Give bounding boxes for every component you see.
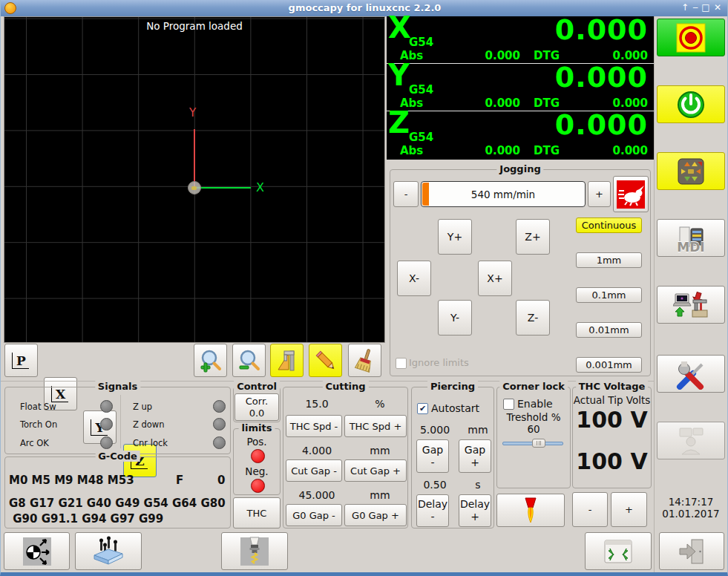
origin-cone xyxy=(191,186,197,190)
limit-neg-label: Neg. xyxy=(234,465,280,477)
volts-minus-button[interactable]: - xyxy=(572,492,608,527)
edit-gcode-button[interactable] xyxy=(309,344,342,377)
run-mode-button[interactable] xyxy=(657,286,725,324)
machine-on-button[interactable] xyxy=(657,85,725,123)
button-label: G0 Gap + xyxy=(352,510,399,521)
dro-value: 0.000 xyxy=(555,61,648,94)
piercing-title: Piercing xyxy=(427,381,478,392)
signal-label-torch-on: Torch On xyxy=(20,419,57,430)
fullscreen-button[interactable] xyxy=(585,532,652,570)
dro-dtg-label: DTG xyxy=(534,144,560,157)
gremlin-preview[interactable]: No Program loaded Y X xyxy=(4,16,385,343)
pierce-delay-unit: s xyxy=(462,479,493,491)
increment-continuous-button[interactable]: Continuous xyxy=(576,217,642,233)
view-axis-bracket xyxy=(12,353,29,369)
jog-mode-button[interactable] xyxy=(657,152,725,190)
dro-row-y[interactable]: Y G54 0.000 Abs 0.000 DTG 0.000 xyxy=(387,64,654,111)
window-minimize-button[interactable]: ‒ xyxy=(690,2,701,13)
exit-button[interactable] xyxy=(659,532,724,570)
jog-z-plus-button[interactable]: Z+ xyxy=(516,219,550,255)
height-correction-button[interactable]: Corr. 0.0 xyxy=(235,393,279,421)
window-close-button[interactable]: ✕ xyxy=(712,2,723,13)
dro-axis-letter: Y xyxy=(388,58,410,92)
y-axis-label: Y xyxy=(189,106,196,120)
increment-0-1mm-button[interactable]: 0.1mm xyxy=(576,287,642,303)
settings-button[interactable] xyxy=(657,355,725,393)
clock: 14:17:17 01.01.2017 xyxy=(657,496,725,520)
pencil-icon xyxy=(313,348,338,373)
cut-gap-minus-button[interactable]: Cut Gap - xyxy=(286,459,342,482)
threshold-label: Treshold % xyxy=(497,411,570,423)
jog-x-plus-button[interactable]: X+ xyxy=(478,261,512,296)
jog-x-minus-button[interactable]: X- xyxy=(397,261,431,296)
button-label: Delay xyxy=(418,498,447,511)
view-p-button[interactable]: P xyxy=(4,344,38,377)
jog-y-plus-button[interactable]: Y+ xyxy=(438,219,472,255)
pierce-delay-value: 0.50 xyxy=(413,479,456,491)
corner-lock-enable-checkbox[interactable] xyxy=(503,399,514,410)
thc-speed-minus-button[interactable]: THC Spd - xyxy=(286,415,342,437)
jog-speed-value: 540 mm/min xyxy=(422,189,585,200)
increment-0-001mm-button[interactable]: 0.001mm xyxy=(576,357,642,373)
signal-label-arc-ok: Arc OK xyxy=(20,438,49,448)
ignore-limits-checkbox[interactable] xyxy=(396,358,407,369)
thc-button[interactable]: THC xyxy=(233,497,281,528)
increment-1mm-button[interactable]: 1mm xyxy=(576,252,642,268)
signal-label-z-up: Z up xyxy=(133,402,152,412)
threshold-slider-handle[interactable] xyxy=(532,439,545,448)
autostart-checkbox[interactable]: ✔ xyxy=(417,403,428,414)
cut-gap-value: 4.000 xyxy=(291,445,343,456)
mdi-mode-button[interactable]: MDI xyxy=(657,219,725,257)
g0-gap-value: 45.000 xyxy=(291,489,343,501)
window-shade-button[interactable]: ↑ xyxy=(680,2,690,13)
turbo-jog-button[interactable] xyxy=(613,176,649,212)
dro-row-z[interactable]: Z G54 0.000 Abs 0.000 DTG 0.000 xyxy=(387,111,654,158)
jog-label: Z- xyxy=(528,312,538,324)
pierce-gap-plus-button[interactable]: Gap + xyxy=(459,439,491,473)
thc-speed-plus-button[interactable]: THC Spd + xyxy=(344,415,407,437)
torch-test-button[interactable] xyxy=(496,494,565,527)
pierce-delay-plus-button[interactable]: Delay + xyxy=(459,494,491,527)
button-label: + xyxy=(470,456,479,469)
probe-plate-button[interactable] xyxy=(75,532,142,570)
cut-gap-plus-button[interactable]: Cut Gap + xyxy=(344,459,407,482)
gmoccapy-window: gmoccapy for linuxcnc 2.2.0 ↑ ‒ □ ✕ No P… xyxy=(0,0,728,576)
zoom-out-icon xyxy=(237,348,262,373)
clear-preview-button[interactable] xyxy=(348,344,381,377)
increment-0-01mm-button[interactable]: 0.01mm xyxy=(576,322,642,338)
cutting-title: Cutting xyxy=(322,381,368,392)
increment-label: Continuous xyxy=(582,220,636,231)
dimensions-button[interactable] xyxy=(270,344,304,377)
mdi-label: MDI xyxy=(658,240,724,255)
tool-spindle-icon xyxy=(240,537,269,566)
jog-y-minus-button[interactable]: Y- xyxy=(438,300,472,336)
jog-z-minus-button[interactable]: Z- xyxy=(516,300,550,336)
window-maximize-button[interactable]: □ xyxy=(701,2,711,13)
dro-axis-letter: Z xyxy=(388,105,410,140)
tool-change-button[interactable] xyxy=(221,532,288,570)
dro-abs-value: 0.000 xyxy=(461,144,520,157)
button-label: - xyxy=(430,456,434,469)
pierce-delay-minus-button[interactable]: Delay - xyxy=(416,494,449,527)
threshold-slider[interactable] xyxy=(502,438,563,448)
zoom-out-button[interactable] xyxy=(232,344,266,377)
jog-label: X- xyxy=(409,272,419,284)
jog-speed-minus-button[interactable]: - xyxy=(393,181,419,207)
jog-speed-slider[interactable]: 540 mm/min xyxy=(421,181,586,207)
pierce-gap-minus-button[interactable]: Gap - xyxy=(416,439,449,473)
volts-plus-button[interactable]: + xyxy=(611,492,647,527)
touch-off-button[interactable] xyxy=(4,532,70,570)
g0-gap-minus-button[interactable]: G0 Gap - xyxy=(286,504,342,526)
no-program-message: No Program loaded xyxy=(4,20,384,32)
signal-led-z-down xyxy=(213,418,226,431)
dro-abs-label: Abs xyxy=(400,144,423,157)
limit-pos-led xyxy=(251,449,265,463)
active-m-codes: M0 M5 M9 M48 M53 xyxy=(9,474,134,487)
jog-speed-plus-button[interactable]: + xyxy=(588,181,611,207)
thc-voltage-title: THC Voltage xyxy=(576,381,649,392)
estop-button[interactable] xyxy=(657,19,725,56)
user-settings-button[interactable] xyxy=(657,422,725,459)
dro-row-x[interactable]: X G54 0.000 Abs 0.000 DTG 0.000 xyxy=(387,16,654,63)
zoom-in-button[interactable] xyxy=(194,344,227,377)
g0-gap-plus-button[interactable]: G0 Gap + xyxy=(344,504,407,526)
